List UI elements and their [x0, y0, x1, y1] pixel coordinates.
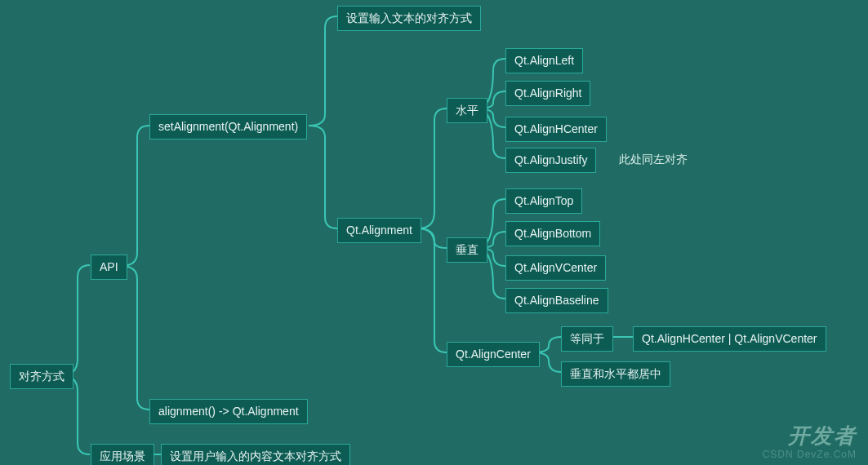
node-aligncenter[interactable]: Qt.AlignCenter [447, 342, 540, 367]
note-justify: 此处同左对齐 [619, 153, 688, 166]
aligntop-label: Qt.AlignTop [514, 194, 573, 207]
node-vertical[interactable]: 垂直 [447, 237, 487, 263]
center-eq-label: 等同于 [570, 332, 604, 345]
node-alignjustify[interactable]: Qt.AlignJustify [505, 148, 596, 173]
qtalignment-label: Qt.Alignment [346, 224, 412, 237]
node-alignhcenter[interactable]: Qt.AlignHCenter [505, 117, 607, 142]
set-desc-label: 设置输入文本的对齐方式 [346, 11, 472, 24]
node-scenario[interactable]: 应用场景 [91, 444, 154, 465]
node-alignvcenter[interactable]: Qt.AlignVCenter [505, 255, 606, 281]
watermark: 开发者 [788, 422, 857, 450]
watermark-sub: CSDN DevZe.CoM [763, 449, 857, 460]
center-eq-value-label: Qt.AlignHCenter | Qt.AlignVCenter [642, 332, 817, 345]
api-label: API [100, 260, 118, 273]
scenario-desc-label: 设置用户输入的内容文本对齐方式 [170, 450, 341, 463]
alignleft-label: Qt.AlignLeft [514, 54, 574, 67]
alignjustify-label: Qt.AlignJustify [514, 153, 587, 166]
alignvcenter-label: Qt.AlignVCenter [514, 261, 597, 274]
node-alignment-get[interactable]: alignment() -> Qt.Alignment [149, 399, 308, 424]
node-horizontal[interactable]: 水平 [447, 98, 487, 123]
alignhcenter-label: Qt.AlignHCenter [514, 122, 598, 135]
alignbaseline-label: Qt.AlignBaseline [514, 294, 599, 307]
alignright-label: Qt.AlignRight [514, 86, 581, 100]
node-root[interactable]: 对齐方式 [10, 364, 73, 389]
node-setalignment[interactable]: setAlignment(Qt.Alignment) [149, 114, 307, 140]
node-center-eq[interactable]: 等同于 [561, 326, 613, 352]
node-set-desc[interactable]: 设置输入文本的对齐方式 [337, 6, 481, 31]
node-scenario-desc[interactable]: 设置用户输入的内容文本对齐方式 [161, 444, 350, 465]
alignment-get-label: alignment() -> Qt.Alignment [158, 405, 299, 418]
root-label: 对齐方式 [19, 370, 65, 383]
node-center-desc[interactable]: 垂直和水平都居中 [561, 361, 670, 387]
scenario-label: 应用场景 [100, 450, 145, 463]
node-alignleft[interactable]: Qt.AlignLeft [505, 48, 583, 73]
horizontal-label: 水平 [456, 104, 479, 117]
node-alignbottom[interactable]: Qt.AlignBottom [505, 221, 600, 246]
center-desc-label: 垂直和水平都居中 [570, 367, 661, 380]
alignbottom-label: Qt.AlignBottom [514, 227, 591, 240]
node-api[interactable]: API [91, 255, 127, 280]
aligncenter-label: Qt.AlignCenter [456, 348, 531, 361]
node-aligntop[interactable]: Qt.AlignTop [505, 188, 582, 214]
node-center-eq-value[interactable]: Qt.AlignHCenter | Qt.AlignVCenter [633, 326, 826, 352]
node-alignright[interactable]: Qt.AlignRight [505, 81, 590, 106]
vertical-label: 垂直 [456, 243, 479, 256]
node-alignbaseline[interactable]: Qt.AlignBaseline [505, 288, 608, 313]
node-qtalignment[interactable]: Qt.Alignment [337, 218, 421, 243]
setalignment-label: setAlignment(Qt.Alignment) [158, 120, 298, 133]
